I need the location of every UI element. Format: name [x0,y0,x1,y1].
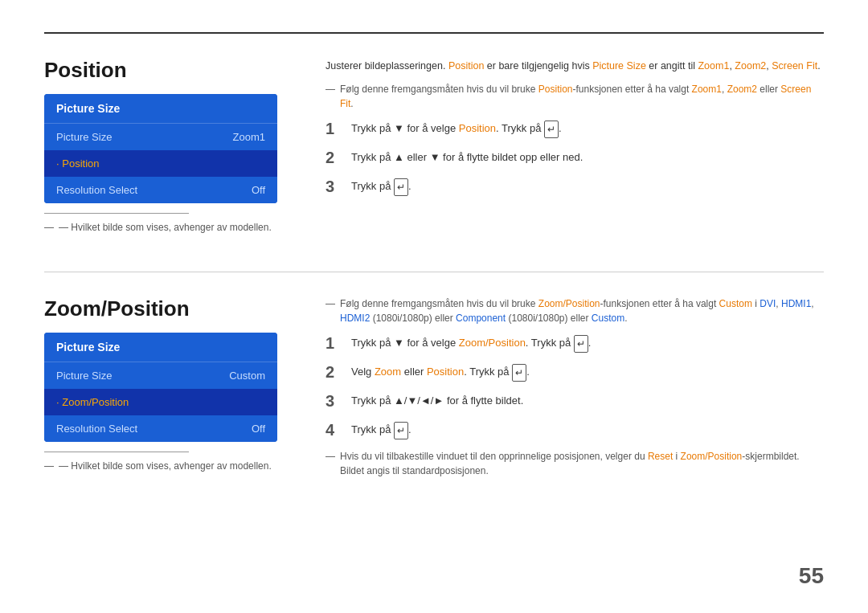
page-container: Position Picture Size Picture Size Zoom1… [0,0,868,613]
zoom-position-step-text-1: Trykk på ▼ for å velge Zoom/Position. Tr… [351,333,824,353]
position-step-number-2: 2 [326,148,342,167]
position-item-label-1: · Position [56,157,99,170]
position-item-label-2: Resolution Select [56,184,137,196]
position-step-3: 3 Trykk på ↵. [326,177,824,196]
position-footnote-text: ― Hvilket bilde som vises, avhenger av m… [59,220,272,235]
position-item-value-2: Off [252,184,265,196]
position-menu-item-2[interactable]: Resolution Select Off [44,177,277,203]
position-step-1: 1 Trykk på ▼ for å velge Position. Trykk… [326,119,824,138]
zoom-position-item-label-0: Picture Size [56,370,112,382]
position-description: Justerer bildeplasseringen. Position er … [326,58,824,74]
position-step-number-3: 3 [326,177,342,196]
zoom-position-menu-header: Picture Size [44,333,277,362]
section-zoom-position-title: Zoom/Position [44,296,293,321]
position-highlight-3: Zoom1 [698,60,729,72]
zoom-position-menu-item-0[interactable]: Picture Size Custom [44,362,277,389]
section-position-left: Position Picture Size Picture Size Zoom1… [44,58,293,239]
position-step-text-3: Trykk på ↵. [351,177,824,196]
position-menu-panel: Picture Size Picture Size Zoom1 · Positi… [44,94,277,203]
zoom-position-step-number-1: 1 [326,333,342,353]
zoom-position-step-1: 1 Trykk på ▼ for å velge Zoom/Position. … [326,333,824,353]
top-divider [44,32,824,34]
section-divider [44,272,824,272]
position-note: ― Følg denne fremgangsmåten hvis du vil … [326,82,824,111]
zoom-position-item-label-1: · Zoom/Position [56,396,129,408]
section-position-right: Justerer bildeplasseringen. Position er … [326,58,824,239]
position-menu-item-0[interactable]: Picture Size Zoom1 [44,124,277,150]
enter-icon-3: ↵ [394,178,408,196]
position-step-2: 2 Trykk på ▲ eller ▼ for å flytte bildet… [326,148,824,167]
section-zoom-position-left: Zoom/Position Picture Size Picture Size … [44,296,293,483]
zoom-position-step-text-4: Trykk på ↵. [351,420,824,439]
zoom-position-item-label-2: Resolution Select [56,423,137,435]
zoom-position-item-value-2: Off [252,423,265,435]
enter-icon-zp-4: ↵ [394,422,408,439]
zoom-position-footnote: ― ― Hvilket bilde som vises, avhenger av… [44,459,293,473]
zoom-position-step-number-3: 3 [326,391,342,411]
zoom-position-note-text: Følg denne fremgangsmåten hvis du vil br… [340,296,824,325]
zoom-position-steps: 1 Trykk på ▼ for å velge Zoom/Position. … [326,333,824,439]
zoom-position-step-number-4: 4 [326,420,342,439]
zoom-position-item-value-0: Custom [229,370,265,382]
zoom-position-step-4: 4 Trykk på ↵. [326,420,824,439]
zoom-position-menu-panel: Picture Size Picture Size Custom · Zoom/… [44,333,277,442]
zoom-position-menu-item-2[interactable]: Resolution Select Off [44,415,277,442]
zoom-position-footnote2: ― Hvis du vil tilbakestille vinduet til … [326,449,824,478]
zoom-position-menu-divider [44,452,189,452]
zoom-position-note: ― Følg denne fremgangsmåten hvis du vil … [326,296,824,325]
enter-icon-zp-2: ↵ [512,364,526,382]
position-step-text-2: Trykk på ▲ eller ▼ for å flytte bildet o… [351,148,824,166]
page-number: 55 [799,563,824,589]
zoom-position-step-2: 2 Velg Zoom eller Position. Trykk på ↵. [326,362,824,382]
section-zoom-position-right: ― Følg denne fremgangsmåten hvis du vil … [326,296,824,483]
position-menu-item-1[interactable]: · Position [44,150,277,177]
enter-icon-zp-1: ↵ [574,335,588,353]
position-step-text-1: Trykk på ▼ for å velge Position. Trykk p… [351,119,824,138]
position-menu-header: Picture Size [44,94,277,124]
zoom-position-footnote-text: ― Hvilket bilde som vises, avhenger av m… [59,459,272,473]
position-highlight-5: Screen Fit [772,60,817,72]
zoom-position-step-3: 3 Trykk på ▲/▼/◄/► for å flytte bildet. [326,391,824,411]
zoom-position-step-text-2: Velg Zoom eller Position. Trykk på ↵. [351,362,824,382]
section-zoom-position: Zoom/Position Picture Size Picture Size … [44,296,824,483]
position-note-text: Følg denne fremgangsmåten hvis du vil br… [340,82,824,111]
position-steps: 1 Trykk på ▼ for å velge Position. Trykk… [326,119,824,196]
position-footnote: ― ― Hvilket bilde som vises, avhenger av… [44,220,293,235]
zoom-position-footnote2-text: Hvis du vil tilbakestille vinduet til de… [340,449,824,478]
position-highlight-1: Position [448,60,484,72]
position-item-label-0: Picture Size [56,131,112,143]
position-step-number-1: 1 [326,119,342,138]
zoom-position-menu-item-1[interactable]: · Zoom/Position [44,389,277,415]
position-menu-divider [44,213,189,214]
zoom-position-step-number-2: 2 [326,362,342,382]
position-item-value-0: Zoom1 [233,131,265,143]
section-position: Position Picture Size Picture Size Zoom1… [44,58,824,239]
enter-icon-1: ↵ [544,121,559,138]
position-highlight-2: Picture Size [592,60,646,72]
section-position-title: Position [44,58,293,83]
zoom-position-step-text-3: Trykk på ▲/▼/◄/► for å flytte bildet. [351,391,824,409]
position-highlight-4: Zoom2 [735,60,766,72]
